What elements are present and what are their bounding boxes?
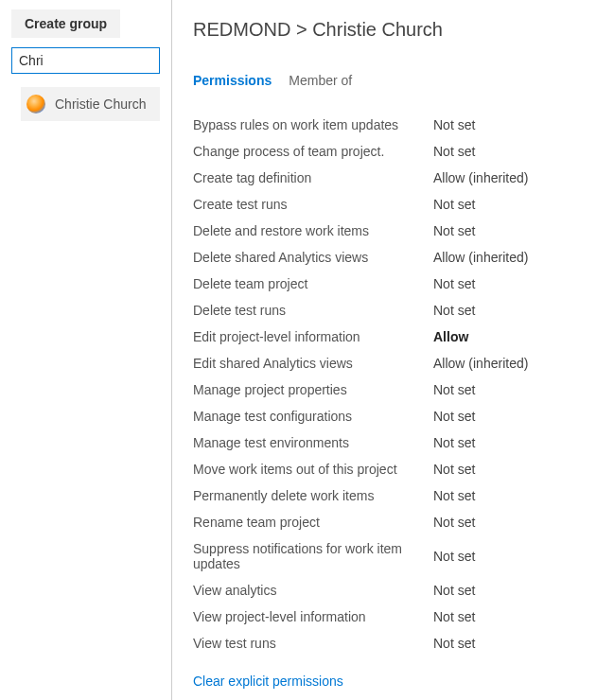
permission-row: Move work items out of this projectNot s…	[193, 456, 597, 482]
permission-row: Delete and restore work itemsNot set	[193, 218, 597, 244]
permission-row: Rename team projectNot set	[193, 509, 597, 535]
permission-label: Edit project-level information	[193, 329, 433, 344]
permission-label: Change process of team project.	[193, 144, 433, 159]
permission-row: Permanently delete work itemsNot set	[193, 482, 597, 509]
permission-row: Manage project propertiesNot set	[193, 376, 597, 403]
permission-value[interactable]: Not set	[433, 276, 475, 291]
permission-label: Delete and restore work items	[193, 223, 433, 238]
permission-row: Edit project-level informationAllow	[193, 324, 597, 350]
permission-row: Delete test runsNot set	[193, 297, 597, 324]
create-group-button[interactable]: Create group	[11, 9, 120, 38]
permission-row: Bypass rules on work item updatesNot set	[193, 112, 597, 138]
sidebar: Create group Christie Church	[0, 0, 172, 700]
permission-row: View analyticsNot set	[193, 577, 597, 604]
permission-label: Suppress notifications for work item upd…	[193, 541, 433, 571]
permission-value[interactable]: Allow	[433, 329, 468, 344]
permission-label: Move work items out of this project	[193, 462, 433, 477]
permission-value[interactable]: Not set	[433, 409, 475, 424]
breadcrumb-subject: Christie Church	[312, 19, 443, 40]
permission-row: Suppress notifications for work item upd…	[193, 535, 597, 577]
permission-value[interactable]: Not set	[433, 144, 475, 159]
permission-value[interactable]: Not set	[433, 515, 475, 530]
permission-row: Create tag definitionAllow (inherited)	[193, 165, 597, 191]
permission-row: Create test runsNot set	[193, 191, 597, 218]
permission-label: Manage test configurations	[193, 409, 433, 424]
permission-row: Change process of team project.Not set	[193, 138, 597, 165]
permission-value[interactable]: Not set	[433, 462, 475, 477]
permission-row: Manage test environmentsNot set	[193, 429, 597, 456]
permission-row: Edit shared Analytics viewsAllow (inheri…	[193, 350, 597, 376]
permission-row: View project-level informationNot set	[193, 604, 597, 630]
tabs: Permissions Member of	[193, 73, 597, 91]
permission-row: Manage test configurationsNot set	[193, 403, 597, 429]
permission-label: Edit shared Analytics views	[193, 356, 433, 371]
permission-row: View test runsNot set	[193, 630, 597, 656]
permission-value[interactable]: Not set	[433, 609, 475, 624]
permission-label: Bypass rules on work item updates	[193, 117, 433, 132]
breadcrumb-scope[interactable]: REDMOND	[193, 19, 290, 40]
permission-row: Delete shared Analytics viewsAllow (inhe…	[193, 244, 597, 271]
permission-row: Delete team projectNot set	[193, 271, 597, 297]
permission-value[interactable]: Not set	[433, 303, 475, 318]
sidebar-user-name: Christie Church	[55, 96, 146, 112]
permission-value[interactable]: Not set	[433, 636, 475, 651]
chevron-right-icon: >	[296, 19, 307, 40]
permission-value[interactable]: Not set	[433, 382, 475, 397]
permission-value[interactable]: Not set	[433, 488, 475, 503]
permission-label: Create test runs	[193, 197, 433, 212]
permission-label: Manage project properties	[193, 382, 433, 397]
permission-label: Delete test runs	[193, 303, 433, 318]
permission-label: View analytics	[193, 583, 433, 598]
permission-label: Create tag definition	[193, 170, 433, 185]
tab-permissions[interactable]: Permissions	[193, 73, 272, 91]
permission-value[interactable]: Not set	[433, 117, 475, 132]
permission-value[interactable]: Allow (inherited)	[433, 170, 528, 185]
search-input[interactable]	[11, 47, 160, 74]
permission-value[interactable]: Not set	[433, 197, 475, 212]
permission-value[interactable]: Not set	[433, 435, 475, 450]
permission-value[interactable]: Allow (inherited)	[433, 356, 528, 371]
permissions-list: Bypass rules on work item updatesNot set…	[193, 112, 597, 656]
permission-label: View test runs	[193, 636, 433, 651]
main-panel: REDMOND > Christie Church Permissions Me…	[172, 0, 614, 700]
permission-label: View project-level information	[193, 609, 433, 624]
sidebar-user-item[interactable]: Christie Church	[21, 87, 160, 121]
permission-value[interactable]: Allow (inherited)	[433, 250, 528, 265]
permission-label: Permanently delete work items	[193, 488, 433, 503]
permission-value[interactable]: Not set	[433, 549, 475, 564]
permission-label: Delete team project	[193, 276, 433, 291]
clear-explicit-permissions-link[interactable]: Clear explicit permissions	[193, 674, 343, 689]
permission-label: Rename team project	[193, 515, 433, 530]
permission-value[interactable]: Not set	[433, 583, 475, 598]
permission-label: Delete shared Analytics views	[193, 250, 433, 265]
permission-label: Manage test environments	[193, 435, 433, 450]
tab-member-of[interactable]: Member of	[289, 73, 352, 91]
avatar-icon	[26, 95, 45, 114]
permission-value[interactable]: Not set	[433, 223, 475, 238]
breadcrumb: REDMOND > Christie Church	[193, 19, 597, 41]
